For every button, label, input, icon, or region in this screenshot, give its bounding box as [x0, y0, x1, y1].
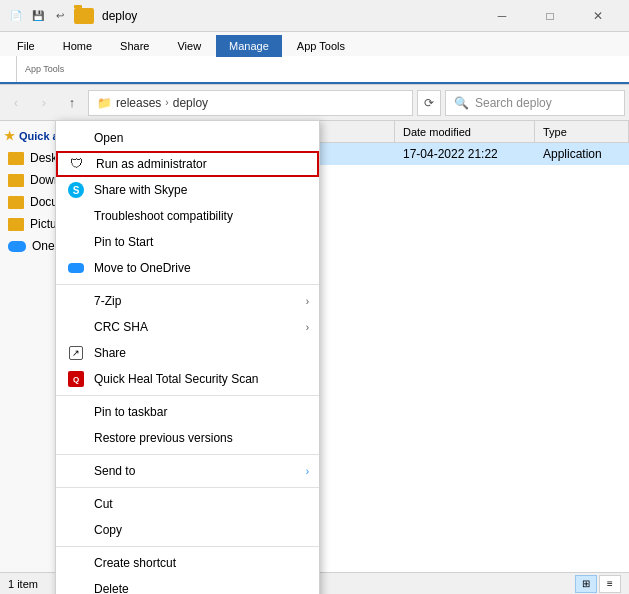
item-count: 1 item	[8, 578, 38, 590]
minimize-button[interactable]: ─	[479, 0, 525, 32]
ctx-pin-start[interactable]: Pin to Start	[56, 229, 319, 255]
tab-app-tools[interactable]: App Tools	[284, 34, 358, 56]
ctx-arrow-7zip: ›	[306, 296, 309, 307]
ctx-crc-sha[interactable]: CRC SHA ›	[56, 314, 319, 340]
save-icon: 💾	[30, 8, 46, 24]
search-bar[interactable]: 🔍 Search deploy	[445, 90, 625, 116]
folder-icon	[8, 196, 24, 209]
view-mode-controls: ⊞ ≡	[575, 575, 621, 593]
folder-icon	[8, 174, 24, 187]
ctx-crc-icon	[68, 319, 84, 335]
ribbon-content: App Tools	[0, 56, 629, 84]
ctx-troubleshoot[interactable]: Troubleshoot compatibility	[56, 203, 319, 229]
window-controls: ─ □ ✕	[479, 0, 621, 32]
ctx-pin-taskbar-icon	[68, 404, 84, 420]
ctx-send-to[interactable]: Send to ›	[56, 458, 319, 484]
nav-bar: ‹ › ↑ 📁 releases › deploy ⟳ 🔍 Search dep…	[0, 85, 629, 121]
ctx-send-to-icon	[68, 463, 84, 479]
ctx-quickheal[interactable]: Q Quick Heal Total Security Scan	[56, 366, 319, 392]
ctx-open-icon	[68, 130, 84, 146]
back-button[interactable]: ‹	[4, 91, 28, 115]
ctx-share-icon: ↗	[68, 345, 84, 361]
file-type-cell: Application	[535, 147, 629, 161]
shield-icon	[70, 156, 86, 172]
refresh-button[interactable]: ⟳	[417, 90, 441, 116]
ctx-separator-5	[56, 546, 319, 547]
ctx-separator-3	[56, 454, 319, 455]
title-bar: 📄 💾 ↩ deploy ─ □ ✕	[0, 0, 629, 32]
ctx-send-to-label: Send to	[94, 464, 135, 478]
view-list-button[interactable]: ≡	[599, 575, 621, 593]
ctx-delete[interactable]: Delete	[56, 576, 319, 594]
ctx-cut[interactable]: Cut	[56, 491, 319, 517]
skype-icon: S	[68, 182, 84, 198]
context-menu: Open Run as administrator S Share with S…	[55, 120, 320, 594]
ribbon-tabs: File Home Share View Manage App Tools	[0, 32, 629, 56]
tab-manage[interactable]: Manage	[216, 35, 282, 57]
ctx-restore-versions[interactable]: Restore previous versions	[56, 425, 319, 451]
title-bar-icons: 📄 💾 ↩	[8, 8, 94, 24]
ribbon-section-label: App Tools	[16, 56, 64, 82]
folder-icon-small: 📁	[97, 96, 112, 110]
ctx-run-as-admin-label: Run as administrator	[96, 157, 207, 171]
col-date[interactable]: Date modified	[395, 121, 535, 142]
ctx-restore-icon	[68, 430, 84, 446]
ctx-pin-start-label: Pin to Start	[94, 235, 153, 249]
quickheal-icon: Q	[68, 371, 84, 387]
tab-home[interactable]: Home	[50, 34, 105, 56]
breadcrumb-deploy: deploy	[173, 96, 208, 110]
ctx-share-label: Share	[94, 346, 126, 360]
ribbon: File Home Share View Manage App Tools Ap…	[0, 32, 629, 85]
search-icon: 🔍	[454, 96, 469, 110]
ctx-arrow-send-to: ›	[306, 466, 309, 477]
ctx-troubleshoot-label: Troubleshoot compatibility	[94, 209, 233, 223]
ctx-skype-icon: S	[68, 182, 84, 198]
col-type-label: Type	[543, 126, 567, 138]
ctx-share[interactable]: ↗ Share	[56, 340, 319, 366]
ctx-7zip[interactable]: 7-Zip ›	[56, 288, 319, 314]
ctx-troubleshoot-icon	[68, 208, 84, 224]
ctx-crc-sha-label: CRC SHA	[94, 320, 148, 334]
ctx-delete-label: Delete	[94, 582, 129, 594]
col-type[interactable]: Type	[535, 121, 629, 142]
ctx-pin-taskbar-label: Pin to taskbar	[94, 405, 167, 419]
share-icon: ↗	[69, 346, 83, 360]
ctx-open[interactable]: Open	[56, 125, 319, 151]
ctx-create-shortcut[interactable]: Create shortcut	[56, 550, 319, 576]
ctx-move-onedrive[interactable]: Move to OneDrive	[56, 255, 319, 281]
ctx-7zip-icon	[68, 293, 84, 309]
onedrive-icon	[68, 263, 84, 273]
address-bar[interactable]: 📁 releases › deploy	[88, 90, 413, 116]
ctx-share-skype[interactable]: S Share with Skype	[56, 177, 319, 203]
ctx-separator-1	[56, 284, 319, 285]
ctx-pin-start-icon	[68, 234, 84, 250]
maximize-button[interactable]: □	[527, 0, 573, 32]
ctx-run-as-admin[interactable]: Run as administrator	[56, 151, 319, 177]
folder-icon	[8, 218, 24, 231]
tab-file[interactable]: File	[4, 34, 48, 56]
ctx-arrow-crc: ›	[306, 322, 309, 333]
ctx-copy[interactable]: Copy	[56, 517, 319, 543]
ctx-separator-4	[56, 487, 319, 488]
ctx-pin-taskbar[interactable]: Pin to taskbar	[56, 399, 319, 425]
ctx-quickheal-label: Quick Heal Total Security Scan	[94, 372, 259, 386]
forward-button[interactable]: ›	[32, 91, 56, 115]
ctx-separator-2	[56, 395, 319, 396]
tab-view[interactable]: View	[164, 34, 214, 56]
up-button[interactable]: ↑	[60, 91, 84, 115]
ctx-shield-icon	[70, 156, 86, 172]
breadcrumb-releases: 📁 releases	[97, 96, 161, 110]
ctx-7zip-label: 7-Zip	[94, 294, 121, 308]
ctx-cut-label: Cut	[94, 497, 113, 511]
ctx-cut-icon	[68, 496, 84, 512]
tab-share[interactable]: Share	[107, 34, 162, 56]
ctx-copy-icon	[68, 522, 84, 538]
view-tiles-button[interactable]: ⊞	[575, 575, 597, 593]
close-button[interactable]: ✕	[575, 0, 621, 32]
ctx-quickheal-icon: Q	[68, 371, 84, 387]
search-placeholder: Search deploy	[475, 96, 552, 110]
ctx-onedrive-icon	[68, 260, 84, 276]
file-date-cell: 17-04-2022 21:22	[395, 147, 535, 161]
address-separator: ›	[165, 97, 168, 108]
ctx-move-onedrive-label: Move to OneDrive	[94, 261, 191, 275]
